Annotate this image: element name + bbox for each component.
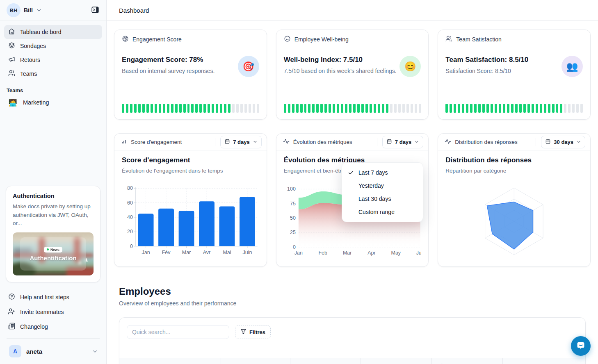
chevron-down-icon: [36, 7, 42, 13]
progress-segment: [544, 104, 546, 113]
card-body: Well-being Index: 7.5/10 7.5/10 based on…: [276, 49, 429, 104]
date-range-label: 7 days: [395, 139, 411, 145]
progress-segment: [523, 104, 526, 113]
sidebar-item-label: Sondages: [20, 43, 46, 49]
progress-segment: [361, 104, 364, 113]
promo-title: Authentication: [13, 193, 94, 199]
chart-header-label: Distribution des réponses: [455, 139, 517, 145]
column-header-user[interactable]: User: [119, 358, 221, 364]
sidebar-item-help[interactable]: Help and first steps: [4, 290, 102, 305]
progress-segment: [337, 104, 339, 113]
authentication-promo-card[interactable]: Authentication Make docs private by sett…: [6, 186, 100, 282]
activity-icon: [445, 138, 451, 146]
activity-icon: [283, 138, 290, 146]
users-icon: [445, 35, 452, 43]
svg-text:25: 25: [290, 230, 296, 235]
progress-segment: [390, 104, 393, 113]
date-range-button[interactable]: 7 days: [382, 136, 423, 148]
chevron-down-icon: [92, 348, 98, 355]
menu-item-last-7-days[interactable]: Last 7 days: [342, 166, 423, 179]
progress-segment: [419, 104, 421, 113]
progress-segment: [576, 104, 579, 113]
progress-segment: [232, 104, 235, 113]
promo-overlay: News Authentification: [20, 237, 86, 271]
progress-segment: [370, 104, 372, 113]
range-control: 30 days: [536, 136, 585, 148]
radar-chart: [445, 176, 583, 266]
progress-segment: [320, 104, 323, 113]
workspace-switcher[interactable]: A aneta: [4, 343, 102, 362]
svg-text:Mai: Mai: [223, 250, 231, 255]
smile-emoji-icon: 😊: [399, 56, 421, 77]
progress-segment: [462, 104, 464, 113]
technologist-emoji-icon: 🧑‍💻: [8, 98, 17, 107]
newspaper-icon: [8, 323, 15, 331]
sidebar-item-teams[interactable]: Teams: [4, 67, 102, 81]
column-header-performance[interactable]: Performance: [432, 358, 503, 364]
team-satisfaction-card: Team Satisfaction Team Satisfaction: 8.5…: [438, 30, 591, 120]
filters-button-label: Filtres: [249, 329, 265, 335]
chat-launcher-button[interactable]: [571, 336, 591, 356]
svg-text:0: 0: [293, 244, 296, 250]
progress-segment: [138, 104, 141, 113]
divider: [377, 138, 377, 146]
column-header-participation[interactable]: Participation: [361, 358, 432, 364]
progress-segment: [216, 104, 218, 113]
progress-segment: [228, 104, 231, 113]
stat-title: Team Satisfaction: 8.5/10: [445, 56, 528, 64]
engagement-score-card: Engagement Score Engagement Score: 78% B…: [114, 30, 267, 120]
progress-segment: [224, 104, 226, 113]
card-header: Team Satisfaction: [438, 30, 590, 49]
card-body: Engagement Score: 78% Based on internal …: [114, 49, 267, 104]
progress-segment: [458, 104, 460, 113]
chart-title: Distribution des réponses: [445, 156, 583, 164]
sidebar-item-invite[interactable]: Invite teammates: [4, 305, 102, 319]
progress-bar: [284, 104, 421, 113]
chevron-down-icon: [253, 139, 258, 144]
sidebar-item-changelog[interactable]: Changelog: [4, 319, 102, 334]
progress-segment: [353, 104, 356, 113]
progress-segment: [398, 104, 401, 113]
sidebar-collapse-button[interactable]: [89, 4, 101, 17]
topbar: Dashboard: [107, 0, 598, 21]
megaphone-icon: [8, 56, 15, 64]
column-header-team[interactable]: Team: [221, 358, 290, 364]
progress-segment: [454, 104, 456, 113]
sidebar-item-dashboard[interactable]: Tableau de bord: [4, 25, 102, 39]
svg-text:May: May: [391, 250, 401, 256]
column-header-position[interactable]: Position: [290, 358, 361, 364]
menu-item-custom-range[interactable]: Custom range: [342, 205, 423, 218]
menu-item-label: Last 7 days: [358, 169, 388, 176]
smile-icon: [284, 35, 291, 43]
column-header-tasks[interactable]: Tasks: [503, 358, 585, 364]
sidebar-spacer: [0, 110, 106, 186]
teams-section-label: Teams: [0, 81, 106, 95]
svg-text:Mar: Mar: [182, 250, 191, 255]
progress-bar: [445, 104, 583, 113]
user-name[interactable]: Bill: [24, 7, 33, 14]
progress-segment: [199, 104, 202, 113]
employees-subtitle: Overview of employees and their performa…: [119, 300, 586, 307]
search-input[interactable]: [127, 325, 229, 339]
progress-segment: [329, 104, 331, 113]
menu-item-last-30-days[interactable]: Last 30 days: [342, 192, 423, 205]
progress-segment: [486, 104, 489, 113]
progress-segment: [212, 104, 214, 113]
svg-text:0: 0: [130, 243, 133, 249]
chevron-down-icon: [576, 139, 581, 144]
news-badge-label: News: [50, 248, 59, 252]
date-range-button[interactable]: 7 days: [220, 136, 261, 148]
user-avatar[interactable]: BH: [7, 3, 21, 17]
sidebar-item-feedback[interactable]: Retours: [4, 53, 102, 67]
sidebar-item-marketing[interactable]: 🧑‍💻 Marketing: [4, 95, 102, 110]
sidebar-item-surveys[interactable]: Sondages: [4, 39, 102, 53]
date-range-button[interactable]: 30 days: [541, 136, 585, 148]
promo-image[interactable]: News Authentification: [13, 232, 94, 275]
progress-segment: [560, 104, 562, 113]
menu-item-yesterday[interactable]: Yesterday: [342, 179, 423, 192]
progress-segment: [552, 104, 555, 113]
sidebar-item-label: Tableau de bord: [20, 29, 61, 35]
filters-button[interactable]: Filtres: [235, 325, 271, 339]
svg-text:Jan: Jan: [142, 250, 150, 255]
chat-bubble-icon: [575, 340, 586, 352]
